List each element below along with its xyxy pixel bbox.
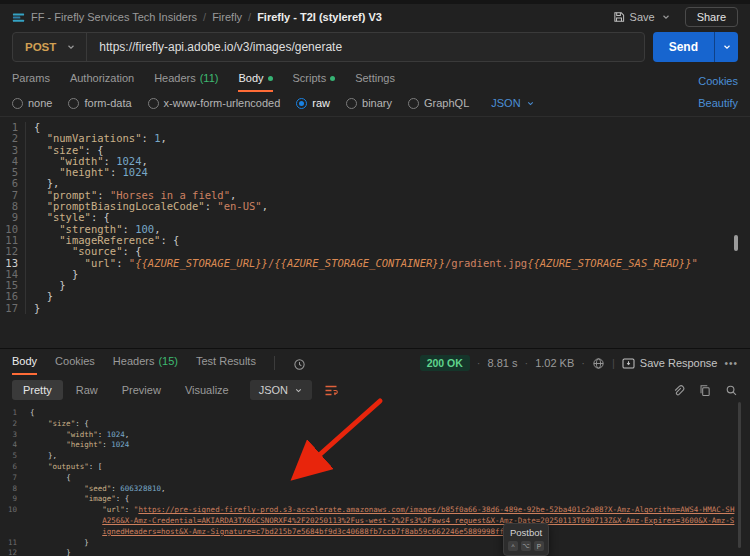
response-tab-label: Cookies [55, 355, 95, 367]
response-tab-cookies[interactable]: Cookies [55, 355, 95, 375]
response-language-select[interactable]: JSON [250, 380, 312, 400]
breadcrumb-folder[interactable]: Firefly [212, 11, 242, 23]
line-number: 12 [0, 246, 26, 257]
unsaved-changes-dot [330, 76, 335, 81]
tab-params[interactable]: Params [12, 72, 50, 92]
response-code-line: 12 } [0, 548, 750, 556]
more-options-button[interactable]: ••• [724, 358, 738, 369]
response-tab-body[interactable]: Body [12, 355, 37, 375]
code-token [30, 451, 48, 460]
request-url-input[interactable]: https://firefly-api.adobe.io/v3/images/g… [87, 40, 342, 54]
body-mode-label: none [28, 97, 52, 109]
response-editor-scrollbar[interactable] [738, 402, 741, 548]
network-info-globe-icon[interactable] [592, 357, 605, 370]
request-tabs: ParamsAuthorizationHeaders(11)BodyScript… [0, 68, 750, 92]
beautify-link[interactable]: Beautify [698, 97, 738, 109]
radio-icon [12, 98, 23, 109]
breadcrumb: FF - Firefly Services Tech Insiders / Fi… [12, 11, 382, 24]
cookies-link[interactable]: Cookies [698, 75, 738, 87]
request-code-line: 5 "height": 1024 [0, 167, 750, 178]
code-token: /gradient.jpg [445, 257, 527, 269]
body-mode-raw[interactable]: raw [296, 97, 330, 109]
code-token: : [102, 440, 111, 449]
tab-tab-label: Params [12, 72, 50, 84]
line-wrap-icon[interactable] [324, 384, 338, 397]
line-content: } [30, 548, 71, 556]
save-chevron-down-icon[interactable] [661, 12, 671, 22]
code-token: "size" [47, 144, 85, 156]
body-mode-label: x-www-form-urlencoded [164, 97, 281, 109]
view-visualize[interactable]: Visualize [174, 380, 240, 400]
tab-settings[interactable]: Settings [355, 72, 395, 92]
save-button[interactable]: Save [613, 11, 655, 23]
view-raw[interactable]: Raw [65, 380, 109, 400]
header-bar: FF - Firefly Services Tech Insiders / Fi… [0, 4, 750, 30]
body-mode-graphql[interactable]: GraphQL [408, 97, 469, 109]
breadcrumb-workspace[interactable]: FF - Firefly Services Tech Insiders [31, 11, 197, 23]
response-code-line: 8 "seed": 606328810, [0, 484, 750, 495]
breadcrumb-separator: / [248, 11, 251, 23]
status-badge[interactable]: 200 OK [420, 355, 470, 371]
request-body-editor[interactable]: 1{2 "numVariations": 1,3 "size": {4 "wid… [0, 116, 750, 348]
radio-icon [296, 98, 307, 109]
tab-authorization[interactable]: Authorization [70, 72, 134, 92]
breadcrumb-request-title: Firefly - T2I (styleref) V3 [257, 11, 382, 23]
code-token: 606328810 [120, 484, 161, 493]
request-code-line: 17} [0, 303, 750, 314]
save-label: Save [630, 11, 655, 23]
response-image-url-link[interactable]: https://pre-signed-firefly-prod.s3-accel… [102, 505, 734, 536]
code-token: : { [160, 234, 179, 246]
response-tab-label: Test Results [196, 355, 256, 367]
code-token: 1024 [111, 440, 129, 449]
code-token [30, 430, 66, 439]
code-token: : { [123, 245, 142, 257]
send-button[interactable]: Send [653, 32, 738, 62]
line-content: } [30, 538, 89, 549]
send-label[interactable]: Send [653, 32, 714, 62]
tab-headers[interactable]: Headers(11) [154, 72, 218, 92]
save-response-button[interactable]: Save Response [622, 357, 718, 369]
code-token: , [230, 189, 236, 201]
code-token [34, 234, 59, 246]
code-token: : [110, 166, 123, 178]
response-history-clock-icon[interactable] [293, 358, 306, 375]
code-token: "imageReference" [59, 234, 160, 246]
body-mode-form-data[interactable]: form-data [68, 97, 131, 109]
code-token: } [72, 268, 78, 280]
code-token: "height" [66, 440, 102, 449]
response-size[interactable]: 1.02 KB [535, 357, 574, 369]
send-chevron-down-icon[interactable] [714, 32, 738, 62]
body-mode-binary[interactable]: binary [346, 97, 392, 109]
postbot-tooltip: Postbot ^⌥P [503, 523, 549, 556]
share-button[interactable]: Share [685, 7, 738, 27]
radio-icon [408, 98, 419, 109]
response-time[interactable]: 8.81 s [488, 357, 518, 369]
code-token [34, 211, 47, 223]
code-token: }, [47, 177, 60, 189]
response-body-editor[interactable]: 1{2 "size": {3 "width": 1024,4 "height":… [0, 405, 750, 556]
search-icon[interactable] [725, 384, 738, 397]
line-content: { [30, 408, 35, 419]
view-pretty[interactable]: Pretty [12, 380, 63, 400]
response-code-line: 6 "outputs": [ [0, 462, 750, 473]
view-preview[interactable]: Preview [111, 380, 172, 400]
request-language-select[interactable]: JSON [491, 97, 534, 109]
response-tab-test-results[interactable]: Test Results [196, 355, 256, 375]
method-selector[interactable]: POST [13, 33, 86, 61]
body-mode-label: form-data [84, 97, 131, 109]
copy-icon[interactable] [699, 384, 711, 397]
response-tab-label: Body [12, 355, 37, 367]
body-mode-none[interactable]: none [12, 97, 52, 109]
copy-link-paperclip-icon[interactable] [672, 384, 685, 397]
floppy-icon [613, 11, 625, 23]
postbot-label: Postbot [510, 527, 542, 538]
tab-body[interactable]: Body [238, 72, 272, 92]
tab-scripts[interactable]: Scripts [293, 72, 336, 92]
code-token: : [123, 223, 136, 235]
response-tab-headers[interactable]: Headers(15) [113, 355, 178, 375]
code-token: "seed" [84, 484, 111, 493]
code-token: : { [85, 144, 104, 156]
request-editor-scrollbar[interactable] [734, 235, 738, 251]
code-token [34, 177, 47, 189]
body-mode-x-www-form-urlencoded[interactable]: x-www-form-urlencoded [148, 97, 281, 109]
